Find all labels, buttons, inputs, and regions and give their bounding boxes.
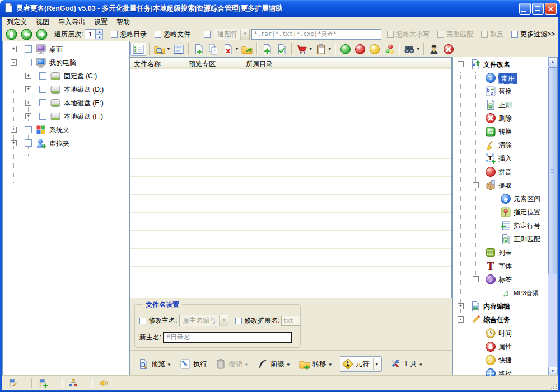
spin-up-icon[interactable]: ▲ — [96, 29, 103, 35]
action-5-button[interactable]: 转移▼ — [299, 358, 333, 370]
cart-button[interactable] — [295, 43, 309, 56]
action-3-button[interactable]: 撤销▼ — [215, 358, 249, 370]
scroll-up-icon[interactable]: ▲ — [548, 57, 557, 66]
expand-toggle-icon[interactable]: - — [11, 59, 17, 66]
full-match-checkbox[interactable] — [437, 31, 444, 38]
doc-delete-button[interactable] — [221, 43, 235, 56]
left-tree-item[interactable]: +系统夹 — [3, 123, 129, 137]
task-tree-item[interactable]: 时间 — [453, 326, 548, 340]
scrollbar-thumb[interactable] — [548, 67, 557, 274]
doc-add-button[interactable] — [260, 43, 274, 56]
flag-edit-button[interactable] — [8, 378, 18, 388]
circle-green-button[interactable] — [339, 43, 352, 56]
tree-checkbox[interactable] — [39, 99, 46, 106]
dropdown-segment[interactable]: ▼ — [329, 360, 333, 368]
tree-checkbox[interactable] — [39, 72, 46, 80]
menu-item-4[interactable]: 设置 — [90, 16, 112, 28]
nav-forward-button[interactable] — [36, 29, 48, 40]
chevron-down-icon[interactable]: ▼ — [166, 46, 171, 52]
wildcard-checkbox[interactable] — [204, 31, 211, 38]
panel-list-button[interactable] — [130, 43, 146, 56]
cancel-button[interactable] — [442, 43, 455, 56]
task-tree-item[interactable]: 路径 — [453, 367, 548, 376]
action-4-button[interactable]: 前缀▼ — [257, 358, 291, 370]
main-name-select[interactable]: 原主名编号 ▼ — [179, 315, 228, 326]
dropdown-segment[interactable]: ▼ — [419, 360, 424, 368]
circle-cluster-button[interactable] — [382, 43, 396, 56]
action-1-button[interactable]: 预览▼ — [138, 358, 172, 370]
circle-red-button[interactable] — [353, 43, 367, 56]
depth-stepper[interactable]: ▲▼ — [85, 29, 103, 39]
more-filter-checkbox[interactable] — [511, 31, 518, 38]
action-7-button[interactable]: 工具▼ — [390, 358, 424, 370]
expand-toggle-icon[interactable]: - — [458, 316, 464, 323]
task-tree-item[interactable]: 转换 — [453, 125, 548, 138]
left-tree-item[interactable]: +虚拟夹 — [3, 137, 129, 150]
ignore-case-checkbox[interactable] — [387, 31, 394, 38]
modify-ext-checkbox[interactable] — [235, 318, 242, 324]
task-tree-item[interactable]: -♪标签 — [453, 273, 548, 286]
expand-toggle-icon[interactable]: + — [11, 127, 17, 133]
expand-toggle-icon[interactable]: + — [25, 100, 31, 106]
task-tree-item[interactable]: 属性 — [453, 340, 548, 353]
chevron-down-icon[interactable]: ▼ — [309, 46, 313, 52]
dropdown-segment[interactable]: ▼ — [373, 358, 380, 370]
more-filter-label[interactable]: 更多过滤>> — [520, 30, 555, 39]
dropdown-segment[interactable]: ▼ — [167, 360, 172, 368]
user-button[interactable] — [427, 43, 441, 56]
chevron-down-icon[interactable]: ▼ — [416, 46, 421, 52]
expand-toggle-icon[interactable]: - — [458, 61, 464, 67]
expand-toggle-icon[interactable]: + — [25, 86, 31, 92]
ignore-dirs-checkbox[interactable] — [111, 31, 118, 38]
left-tree-item[interactable]: +固定盘 (C:) — [3, 69, 129, 83]
column-header-3[interactable]: 所属目录 — [242, 58, 297, 69]
left-tree-item[interactable]: -我的电脑 — [3, 56, 129, 69]
circle-yellow-button[interactable] — [368, 43, 381, 56]
left-tree-item[interactable]: +桌面 — [3, 43, 129, 56]
menu-item-5[interactable]: 帮助 — [112, 16, 134, 28]
invert-checkbox[interactable] — [481, 31, 488, 38]
action-6-button[interactable]: 元符▼ — [340, 356, 382, 372]
copy-button[interactable] — [207, 43, 220, 56]
task-tree-item[interactable]: 列表 — [453, 246, 548, 259]
task-tree-item[interactable]: ba替换 — [453, 85, 548, 98]
folder-search-button[interactable] — [153, 43, 166, 56]
chevron-down-icon[interactable]: ▼ — [328, 46, 332, 52]
task-tree-item[interactable]: ♫MP3音频 — [453, 286, 548, 300]
close-button[interactable]: × — [545, 3, 557, 15]
task-tree-item[interactable]: a正则 — [453, 98, 548, 111]
modify-main-checkbox[interactable] — [139, 318, 146, 324]
task-tree-item[interactable]: 快捷 — [453, 353, 548, 367]
task-tree-item[interactable]: 删除 — [453, 111, 548, 125]
ignore-files-checkbox[interactable] — [155, 31, 161, 38]
doc-arrow-button[interactable] — [192, 43, 206, 56]
expand-toggle-icon[interactable]: + — [11, 46, 17, 52]
tree-checkbox[interactable] — [39, 86, 46, 93]
tree-checkbox[interactable] — [25, 59, 32, 66]
depth-input[interactable] — [85, 29, 96, 39]
menu-item-1[interactable]: 列定义 — [2, 16, 31, 28]
task-tree-item[interactable]: 清除 — [453, 138, 548, 152]
tree-checkbox[interactable] — [25, 139, 32, 147]
task-tree-item[interactable]: -综合任务 — [453, 313, 548, 326]
action-2-button[interactable]: 执行 — [180, 358, 207, 370]
task-tree-item[interactable]: -提取 — [453, 179, 548, 192]
task-tree-item[interactable]: e元素区间 — [453, 192, 548, 206]
task-tree-item[interactable]: 拼音 — [453, 165, 548, 179]
doc-blue-button[interactable] — [172, 43, 185, 56]
expand-toggle-icon[interactable]: + — [11, 140, 17, 146]
minimize-button[interactable] — [519, 3, 531, 15]
doc-check-button[interactable] — [275, 43, 288, 56]
dropdown-segment[interactable]: ▼ — [287, 360, 291, 368]
tree-checkbox[interactable] — [25, 126, 32, 133]
folder-export-button[interactable] — [240, 43, 254, 56]
chevron-down-icon[interactable]: ▼ — [235, 46, 239, 52]
scroll-down-icon[interactable]: ▼ — [548, 367, 557, 376]
task-tree-item[interactable]: 1常用 — [453, 71, 548, 85]
new-name-input[interactable] — [163, 332, 292, 343]
left-tree-item[interactable]: +本地磁盘 (E:) — [3, 96, 129, 110]
resize-grip[interactable] — [549, 382, 557, 389]
speaker-button[interactable] — [99, 378, 109, 388]
expand-toggle-icon[interactable]: + — [458, 303, 464, 309]
org-chart-button[interactable] — [68, 378, 78, 388]
